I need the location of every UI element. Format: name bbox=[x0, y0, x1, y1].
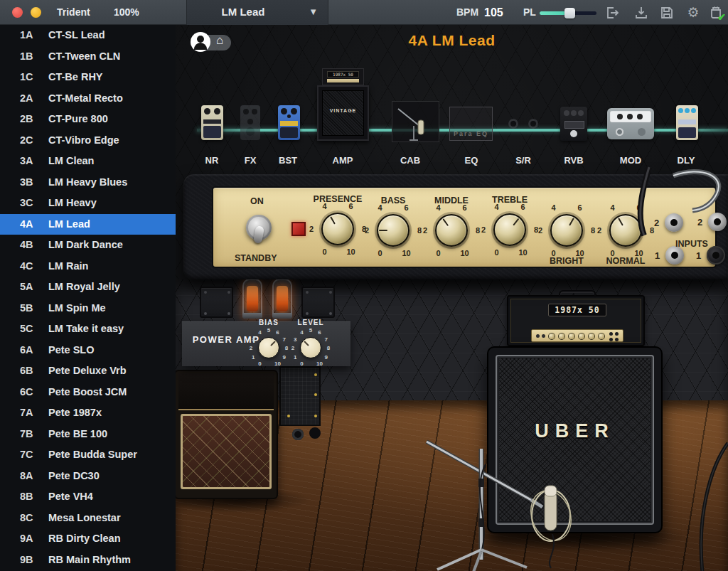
preset-row[interactable]: 8B Pete VH4 bbox=[0, 486, 176, 508]
preset-row[interactable]: 2B CT-Pure 800 bbox=[0, 109, 176, 130]
preset-row[interactable]: 5B LM Spin Me bbox=[0, 298, 176, 319]
preset-bank: 6C bbox=[20, 386, 33, 397]
preset-list: 1A CT-SL Lead 1B CT-Tween CLN 1C CT-Be R… bbox=[0, 25, 176, 570]
chain-slot-eq[interactable]: Para EQ bbox=[449, 107, 493, 141]
pedal-footswitch bbox=[280, 127, 298, 138]
mini-cab-name: VINTAGE bbox=[318, 108, 368, 113]
preset-row[interactable]: 6C Pete Boost JCM bbox=[0, 382, 176, 403]
preset-row[interactable]: 5C LM Take it easy bbox=[0, 319, 176, 340]
preset-bank: 8C bbox=[20, 512, 33, 523]
bpm-value[interactable]: 105 bbox=[484, 6, 503, 19]
preset-row[interactable]: 5A LM Royal Jelly bbox=[0, 277, 176, 298]
amp-head-frame: ON STANDBY PRESENCE 0246810 BASS 0246810… bbox=[183, 174, 728, 279]
speaker-cabinet[interactable]: UBER bbox=[487, 346, 663, 533]
page-title: 4A LM Lead bbox=[176, 32, 728, 49]
preset-name: RB Main Rhythm bbox=[48, 554, 131, 565]
chain-label-eq[interactable]: EQ bbox=[450, 155, 493, 166]
chain-slot-cab-mic[interactable] bbox=[392, 101, 439, 142]
chain-slot-amp-cab[interactable]: VINTAGE bbox=[317, 85, 369, 141]
preset-bank: 3C bbox=[20, 197, 33, 208]
preset-name: Pete SLO bbox=[48, 344, 94, 356]
preset-row[interactable]: 3A LM Clean bbox=[0, 151, 176, 172]
preset-name: CT-Tween CLN bbox=[48, 50, 120, 62]
chain-slot-delay[interactable] bbox=[676, 105, 698, 140]
chain-label-bst[interactable]: BST bbox=[267, 155, 309, 166]
window-close-button[interactable] bbox=[12, 7, 23, 18]
preset-bank: 9A bbox=[20, 533, 33, 544]
gear-icon[interactable]: ⚙ bbox=[686, 6, 700, 20]
preset-row[interactable]: 4C LM Rain bbox=[0, 256, 176, 277]
preset-row[interactable]: 4B LM Dark Dance bbox=[0, 235, 176, 256]
normal-knob[interactable]: NORMAL 0246810 bbox=[590, 195, 661, 266]
chain-label-cab[interactable]: CAB bbox=[389, 155, 432, 166]
preset-name: LM Rain bbox=[48, 260, 88, 272]
preset-row[interactable]: 7B Pete BE 100 bbox=[0, 424, 176, 445]
preset-row[interactable]: 7C Pete Budda Super bbox=[0, 444, 176, 466]
preset-row[interactable]: 8A Pete DC30 bbox=[0, 466, 176, 487]
preset-name: LM Heavy bbox=[48, 197, 97, 208]
chain-slot-noise-reduction[interactable] bbox=[201, 105, 223, 140]
chain-slot-modulation[interactable] bbox=[607, 108, 654, 139]
preset-row[interactable]: 3B LM Heavy Blues bbox=[0, 172, 176, 193]
device-status-icon[interactable]: ✔ bbox=[709, 6, 723, 20]
preset-row[interactable]: 9B RB Main Rhythm bbox=[0, 550, 176, 571]
chain-slot-boost[interactable] bbox=[278, 105, 300, 140]
mini-cab-grille bbox=[322, 90, 364, 136]
amp-head-1987x[interactable]: 1987x 50 bbox=[507, 295, 645, 346]
chevron-down-icon: ▼ bbox=[309, 6, 318, 17]
preset-row[interactable]: 7A Pete 1987x bbox=[0, 402, 176, 424]
preset-bank: 2C bbox=[20, 134, 33, 146]
preset-row[interactable]: 2A CT-Metal Recto bbox=[0, 88, 176, 110]
preset-bank: 7B bbox=[20, 428, 33, 439]
app-title: Trident bbox=[57, 6, 90, 18]
preset-selector-dropdown[interactable]: LM Lead ▼ bbox=[186, 0, 328, 25]
preset-row[interactable]: 3C LM Heavy bbox=[0, 193, 176, 214]
preset-row[interactable]: 2C CT-Vibro Edge bbox=[0, 130, 176, 151]
preset-row[interactable]: 6B Pete Deluxe Vrb bbox=[0, 361, 176, 382]
preset-bank: 3A bbox=[20, 155, 33, 166]
chain-label-dly[interactable]: DLY bbox=[665, 155, 707, 166]
preset-row[interactable]: 1C CT-Be RHY bbox=[0, 67, 176, 88]
export-icon[interactable] bbox=[605, 6, 619, 20]
chain-label-fx[interactable]: FX bbox=[229, 155, 272, 166]
chain-label-rvb[interactable]: RVB bbox=[552, 155, 595, 166]
preset-name: Pete VH4 bbox=[48, 491, 93, 502]
send-jack bbox=[508, 119, 518, 129]
chain-slot-fx[interactable] bbox=[240, 105, 260, 140]
preset-bank: 4C bbox=[20, 260, 33, 272]
preset-row[interactable]: 1A CT-SL Lead bbox=[0, 25, 176, 46]
zoom-level[interactable]: 100% bbox=[114, 6, 139, 18]
input-jack-high-2[interactable] bbox=[665, 213, 683, 232]
pedal-footswitch bbox=[616, 128, 623, 136]
chain-label-nr[interactable]: NR bbox=[191, 155, 233, 166]
preset-bank: 2B bbox=[20, 113, 33, 124]
power-toggle-switch[interactable] bbox=[245, 210, 273, 247]
download-icon[interactable] bbox=[634, 6, 648, 20]
chain-label-sr[interactable]: S/R bbox=[502, 155, 545, 166]
preset-row[interactable]: 6A Pete SLO bbox=[0, 340, 176, 361]
level-knob[interactable]: LEVEL 012345678910 bbox=[288, 325, 333, 370]
home-icon[interactable]: ⌂ bbox=[216, 33, 223, 48]
window-minimize-button[interactable] bbox=[31, 7, 41, 18]
preset-name: Pete DC30 bbox=[48, 470, 100, 481]
pl-slider[interactable] bbox=[540, 9, 596, 17]
chain-slot-reverb[interactable] bbox=[560, 107, 587, 141]
bpm-label: BPM bbox=[456, 6, 478, 18]
pl-slider-handle[interactable] bbox=[564, 8, 575, 18]
preset-row[interactable]: 8C Mesa Lonestar bbox=[0, 508, 176, 529]
preset-name: LM Clean bbox=[48, 155, 94, 166]
chain-slot-send-return[interactable] bbox=[507, 116, 540, 134]
chain-label-amp[interactable]: AMP bbox=[321, 155, 364, 166]
save-icon[interactable] bbox=[660, 6, 674, 20]
preset-bank: 2A bbox=[20, 92, 33, 104]
preset-row[interactable]: 4A LM Lead bbox=[0, 214, 176, 235]
preset-bank: 7A bbox=[20, 407, 33, 418]
amp-control-panel: ON STANDBY PRESENCE 0246810 BASS 0246810… bbox=[212, 186, 717, 268]
input-jack-low-2[interactable] bbox=[708, 213, 727, 231]
user-profile-button[interactable] bbox=[191, 32, 210, 52]
preset-row[interactable]: 9A RB Dirty Clean bbox=[0, 528, 176, 550]
power-on-label: ON bbox=[250, 196, 264, 206]
chain-label-mod[interactable]: MOD bbox=[609, 155, 652, 166]
preset-row[interactable]: 1B CT-Tween CLN bbox=[0, 46, 176, 68]
chain-slot-amp-head[interactable]: 1987x 50 bbox=[322, 68, 364, 85]
